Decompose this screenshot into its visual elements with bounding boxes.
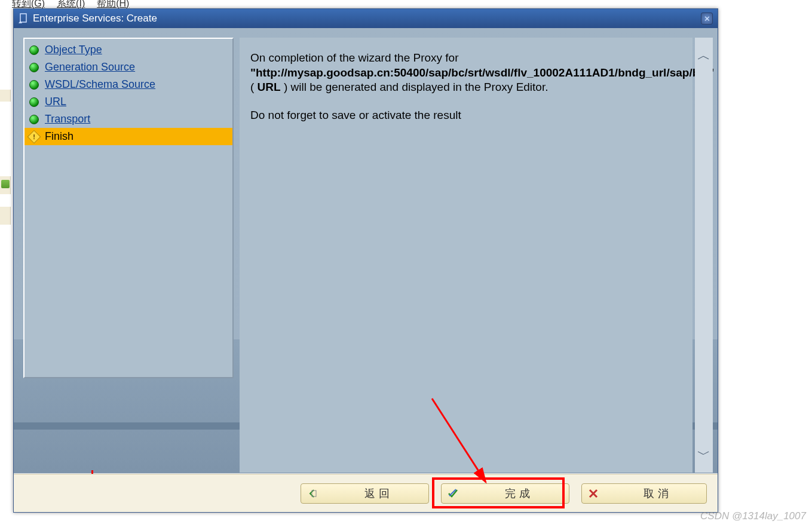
status-warning-icon xyxy=(27,130,41,143)
content-url-label: URL xyxy=(258,81,281,93)
content-paragraph-1: On completion of the wizard the Proxy fo… xyxy=(250,51,682,95)
finish-button[interactable]: 完成 xyxy=(441,483,569,504)
step-finish[interactable]: Finish xyxy=(24,128,232,145)
wizard-dialog: Enterprise Services: Create ✕ Object Typ… xyxy=(13,8,718,513)
cancel-x-icon xyxy=(588,488,599,499)
scroll-up-icon[interactable]: ︿ xyxy=(696,38,712,73)
document-new-icon xyxy=(19,13,29,24)
scrollbar[interactable]: ︿ ﹀ xyxy=(695,38,713,473)
step-transport[interactable]: Transport xyxy=(24,111,232,128)
finish-check-icon xyxy=(448,488,458,499)
status-done-icon xyxy=(29,97,39,107)
step-link[interactable]: Generation Source xyxy=(45,61,135,73)
titlebar: Enterprise Services: Create ✕ xyxy=(14,9,718,28)
step-object-type[interactable]: Object Type xyxy=(24,41,232,59)
content-paragraph-2: Do not forget to save or activate the re… xyxy=(250,108,682,123)
content-text: ) will be generated and displayed in the… xyxy=(281,81,549,93)
step-wsdl-schema-source[interactable]: WSDL/Schema Source xyxy=(24,76,232,93)
status-done-icon xyxy=(29,80,39,90)
step-link[interactable]: WSDL/Schema Source xyxy=(45,78,155,91)
close-icon: ✕ xyxy=(704,14,710,23)
step-label: Finish xyxy=(45,130,73,143)
step-url[interactable]: URL xyxy=(24,93,232,111)
content-text: ( xyxy=(250,81,258,93)
watermark: CSDN @1314lay_1007 xyxy=(700,510,806,522)
step-generation-source[interactable]: Generation Source xyxy=(24,59,232,76)
button-bar: 返回 完成 取消 xyxy=(14,474,718,512)
step-link[interactable]: URL xyxy=(45,96,66,108)
bg-stripe xyxy=(0,207,11,225)
step-link[interactable]: Object Type xyxy=(45,44,102,56)
back-icon xyxy=(307,488,318,499)
scroll-down-icon[interactable]: ﹀ xyxy=(696,437,712,473)
dialog-title: Enterprise Services: Create xyxy=(33,13,701,24)
step-link[interactable]: Transport xyxy=(45,113,90,125)
cancel-label: 取消 xyxy=(615,486,700,501)
back-button[interactable]: 返回 xyxy=(301,483,429,504)
finish-label: 完成 xyxy=(475,486,563,501)
close-button[interactable]: ✕ xyxy=(701,13,713,24)
content-url-bold: "http://mysap.goodsap.cn:50400/sap/bc/sr… xyxy=(250,66,714,79)
bg-stripe xyxy=(0,90,11,102)
status-done-icon xyxy=(29,63,39,72)
bg-green-square-icon xyxy=(1,180,10,188)
status-done-icon xyxy=(29,45,39,55)
wizard-steps-panel: Object Type Generation Source WSDL/Schem… xyxy=(23,38,234,378)
wizard-content: On completion of the wizard the Proxy fo… xyxy=(240,38,693,473)
svg-rect-0 xyxy=(20,14,26,22)
cancel-button[interactable]: 取消 xyxy=(581,483,707,504)
status-done-icon xyxy=(29,115,39,124)
content-text: On completion of the wizard the Proxy fo… xyxy=(250,51,459,64)
back-label: 返回 xyxy=(335,486,422,501)
